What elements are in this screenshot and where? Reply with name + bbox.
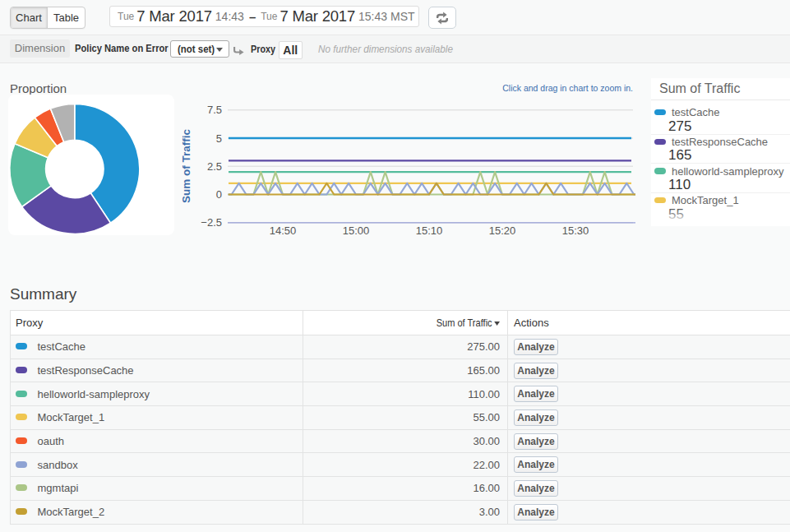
svg-text:15:00: 15:00 (343, 224, 370, 237)
svg-text:2.5: 2.5 (207, 160, 222, 173)
svg-text:15:30: 15:30 (562, 224, 589, 237)
svg-text:5: 5 (216, 132, 222, 145)
svg-text:0: 0 (216, 188, 222, 201)
svg-text:7.5: 7.5 (207, 104, 222, 116)
svg-text:15:20: 15:20 (489, 224, 516, 237)
svg-text:Sum of Traffic: Sum of Traffic (180, 129, 192, 204)
svg-text:15:10: 15:10 (416, 224, 443, 237)
svg-text:14:50: 14:50 (270, 224, 297, 237)
svg-text:−2.5: −2.5 (201, 216, 222, 229)
